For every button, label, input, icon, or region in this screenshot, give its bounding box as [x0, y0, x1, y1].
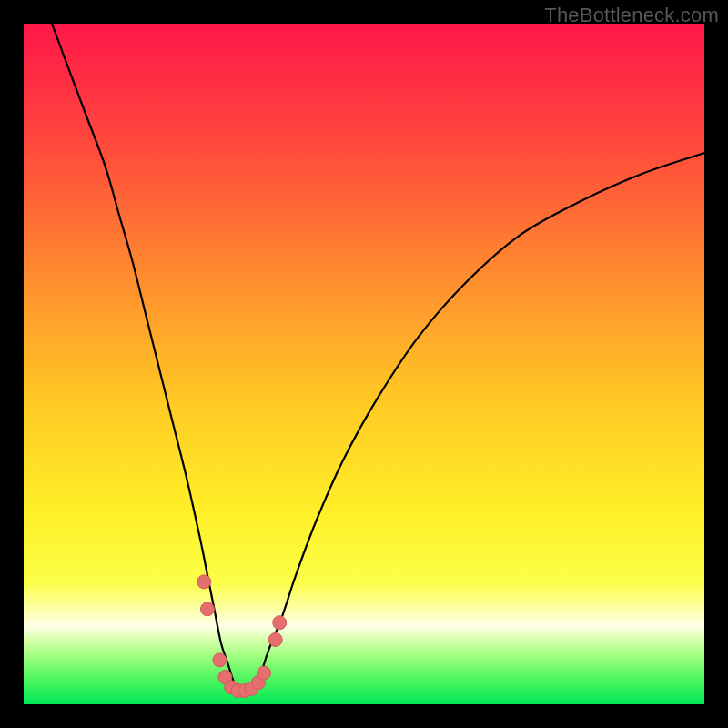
bottleneck-chart: [24, 24, 704, 704]
curve-marker: [197, 575, 211, 589]
curve-marker: [273, 616, 287, 630]
gradient-background: [24, 24, 704, 704]
chart-frame: [24, 24, 704, 704]
curve-marker: [200, 602, 214, 616]
curve-marker: [258, 666, 271, 680]
watermark-text: TheBottleneck.com: [544, 4, 719, 27]
curve-marker: [268, 632, 282, 646]
curve-marker: [213, 653, 227, 667]
